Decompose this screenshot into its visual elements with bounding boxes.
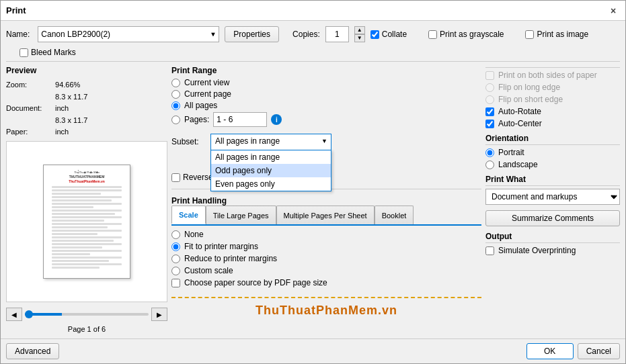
subset-section: Subset: All pages in range ▼ All pages i…: [171, 131, 481, 150]
copies-input[interactable]: 1: [325, 26, 349, 42]
right-panel: Print on both sides of paper Flip on lon…: [485, 66, 620, 333]
nav-row: ◀ ▶: [6, 308, 167, 321]
print-dialog: Print × Name: Canon LBP2900(2) ▼ Propert…: [0, 0, 626, 364]
landscape-radio[interactable]: [485, 161, 494, 169]
current-page-radio-label: Current page: [171, 89, 481, 99]
document-value: 8.3 x 11.7 inch: [55, 91, 102, 115]
auto-rotate-checkbox[interactable]: [485, 107, 494, 116]
line-14: [52, 230, 122, 232]
duplex-title: [485, 66, 620, 68]
flip-long-radio[interactable]: [485, 83, 494, 92]
document-label: Document:: [6, 103, 53, 115]
collate-checkbox[interactable]: [370, 30, 379, 39]
duplex-section: Print on both sides of paper Flip on lon…: [485, 66, 620, 128]
preview-lines: [52, 186, 122, 270]
info-icon[interactable]: i: [271, 114, 282, 125]
line-22: [52, 257, 122, 259]
subset-row: Subset: All pages in range ▼ All pages i…: [171, 134, 481, 150]
line-5: [52, 199, 112, 201]
line-24: [52, 263, 122, 265]
prev-page-button[interactable]: ◀: [6, 308, 22, 321]
choose-paper-checkbox[interactable]: [171, 279, 180, 287]
summarize-button[interactable]: Summarize Comments: [485, 210, 620, 226]
print-both-sides-checkbox[interactable]: [485, 71, 494, 80]
page-content: ThủThuật Phần Mềm THUTHUATPHANMEM ThuThu…: [44, 165, 130, 278]
preview-line-2: THUTHUATPHANMEM: [48, 175, 126, 179]
print-what-select[interactable]: Document and markups: [485, 189, 620, 205]
line-6: [52, 203, 122, 205]
bleed-checkbox[interactable]: [19, 48, 28, 57]
line-3: [52, 193, 101, 195]
pages-input[interactable]: [213, 112, 267, 127]
subset-wrapper: All pages in range ▼ All pages in range …: [210, 134, 331, 150]
print-both-sides-label: Print on both sides of paper: [485, 71, 620, 80]
ok-button[interactable]: OK: [526, 343, 574, 359]
portrait-radio[interactable]: [485, 148, 494, 157]
page-slider[interactable]: [25, 313, 149, 316]
print-range-radios: Current view Current page All pages: [171, 78, 481, 127]
dialog-title: Print: [6, 5, 26, 15]
paper-row: Paper: 8.3 x 11.7 inch: [6, 115, 167, 138]
title-bar: Print ×: [1, 1, 625, 21]
reverse-checkbox[interactable]: [171, 173, 180, 182]
fit-radio-label: Fit to printer margins: [171, 242, 481, 251]
scale-options: None Fit to printer margins Reduce to pr…: [171, 230, 481, 275]
line-17: [52, 240, 114, 242]
auto-center-checkbox[interactable]: [485, 120, 494, 128]
zoom-label: Zoom:: [6, 79, 53, 91]
document-row: Document: 8.3 x 11.7 inch: [6, 91, 167, 115]
preview-line-3: ThuThuatPhanMem.vn: [48, 179, 126, 184]
line-10: [52, 216, 122, 218]
tab-booklet[interactable]: Booklet: [375, 206, 414, 224]
print-image-checkbox[interactable]: [525, 30, 534, 39]
subset-option-all[interactable]: All pages in range: [211, 150, 331, 164]
watermark-text: ThuThuatPhanMem.vn: [177, 304, 476, 318]
custom-radio[interactable]: [171, 267, 180, 275]
properties-button[interactable]: Properties: [225, 26, 279, 42]
output-title: Output: [485, 232, 620, 243]
pages-radio[interactable]: [171, 116, 180, 124]
tab-scale[interactable]: Scale: [171, 206, 206, 224]
advanced-button[interactable]: Advanced: [6, 343, 59, 359]
line-1: [52, 186, 122, 188]
tab-row: Scale Tile Large Pages Multiple Pages Pe…: [171, 206, 481, 226]
reduce-radio[interactable]: [171, 255, 180, 263]
copies-down[interactable]: ▼: [354, 34, 365, 42]
print-what-wrapper: Document and markups ▼: [485, 189, 620, 205]
flip-short-radio[interactable]: [485, 95, 494, 104]
simulate-checkbox[interactable]: [485, 246, 494, 255]
line-13: [52, 226, 108, 228]
middle-panel: Print Range Current view Current page: [171, 66, 481, 333]
zoom-row: Zoom: 94.66%: [6, 79, 167, 91]
copies-label: Copies:: [292, 30, 320, 39]
flip-long-label: Flip on long edge: [485, 83, 620, 92]
name-label: Name:: [6, 30, 30, 39]
print-grayscale-checkbox[interactable]: [428, 30, 437, 39]
tab-tile[interactable]: Tile Large Pages: [206, 206, 276, 224]
copies-up[interactable]: ▲: [354, 26, 365, 34]
all-pages-radio[interactable]: [171, 101, 180, 110]
line-21: [52, 253, 90, 255]
collate-checkbox-label: Collate: [370, 30, 407, 39]
subset-option-even[interactable]: Even pages only: [211, 177, 331, 191]
current-view-radio[interactable]: [171, 79, 180, 87]
next-page-button[interactable]: ▶: [151, 308, 167, 321]
paper-label: Paper:: [6, 126, 53, 138]
subset-select-display[interactable]: All pages in range ▼: [210, 134, 331, 150]
printer-select[interactable]: Canon LBP2900(2): [38, 26, 219, 42]
current-page-radio[interactable]: [171, 90, 180, 99]
landscape-label: Landscape: [485, 160, 620, 169]
line-2: [52, 189, 122, 191]
simulate-label: Simulate Overprinting: [485, 246, 620, 255]
bottom-bar: Advanced OK Cancel: [1, 338, 625, 363]
line-9: [52, 213, 115, 215]
tab-multiple-pages[interactable]: Multiple Pages Per Sheet: [276, 206, 375, 224]
cancel-button[interactable]: Cancel: [578, 343, 620, 359]
printer-select-wrapper: Canon LBP2900(2) ▼: [38, 26, 219, 42]
none-radio[interactable]: [171, 230, 180, 239]
subset-option-odd[interactable]: Odd pages only: [211, 164, 331, 177]
output-section: Output Simulate Overprinting: [485, 232, 620, 255]
fit-radio[interactable]: [171, 242, 180, 251]
orientation-title: Orientation: [485, 134, 620, 145]
close-button[interactable]: ×: [607, 4, 620, 17]
